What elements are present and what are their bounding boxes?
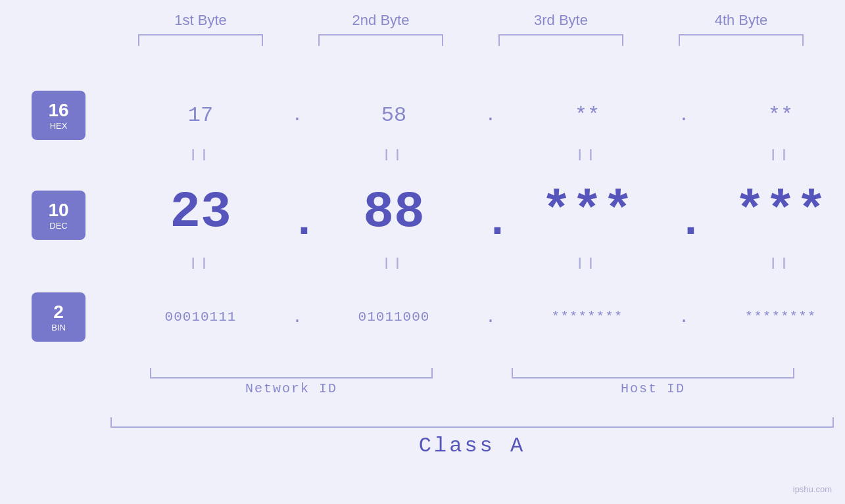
hex-b2: 58 <box>304 103 484 127</box>
hex-dot1: . <box>291 105 304 126</box>
watermark: ipshu.com <box>793 484 832 494</box>
bin-badge-number: 2 <box>53 302 64 323</box>
hex-badge-label: HEX <box>50 121 68 131</box>
eq2-b4: || <box>690 256 845 269</box>
bin-row: 00010111 . 01011000 . ******** . *******… <box>110 292 845 342</box>
eq1-b1: || <box>110 148 291 161</box>
class-bracket <box>110 417 834 428</box>
eq2-b2: || <box>304 256 484 269</box>
host-id-label: Host ID <box>472 381 834 396</box>
equals-row-1: || || || || <box>110 145 845 164</box>
bin-dot3: . <box>677 308 690 327</box>
hex-badge: 16 HEX <box>32 91 85 140</box>
network-id-label: Network ID <box>110 381 472 396</box>
bin-b2: 01011000 <box>304 309 484 325</box>
page: 1st Byte 2nd Byte 3rd Byte 4th Byte 16 H… <box>0 0 845 504</box>
eq2-b1: || <box>110 256 291 269</box>
bracket-byte4 <box>679 34 804 46</box>
bracket-byte1 <box>138 34 263 46</box>
bin-badge: 2 BIN <box>32 292 85 342</box>
eq1-b4: || <box>690 148 845 161</box>
hex-badge-number: 16 <box>48 100 68 121</box>
byte4-header: 4th Byte <box>651 12 831 29</box>
dec-b4: *** <box>690 183 845 241</box>
dec-badge: 10 DEC <box>32 191 85 240</box>
byte2-header: 2nd Byte <box>291 12 471 29</box>
dec-dot2: . <box>484 177 497 247</box>
host-bracket <box>512 368 794 378</box>
dec-b2: 88 <box>304 183 484 241</box>
eq2-b3: || <box>497 256 677 269</box>
dec-dot1: . <box>291 177 304 247</box>
eq1-b3: || <box>497 148 677 161</box>
hex-b4: ** <box>690 103 845 127</box>
hex-b3: ** <box>497 103 677 127</box>
dec-row: 23 . 88 . *** . *** <box>110 177 845 246</box>
hex-dot2: . <box>484 105 497 126</box>
dec-dot3: . <box>677 177 690 247</box>
byte1-header: 1st Byte <box>110 12 291 29</box>
bin-b1: 00010111 <box>110 309 291 325</box>
id-labels: Network ID Host ID <box>110 381 834 396</box>
byte3-header: 3rd Byte <box>471 12 651 29</box>
class-label: Class A <box>110 434 834 458</box>
byte-headers: 1st Byte 2nd Byte 3rd Byte 4th Byte <box>0 12 845 29</box>
dec-b3: *** <box>497 183 677 241</box>
hex-b1: 17 <box>110 103 291 127</box>
hex-dot3: . <box>677 105 690 126</box>
bin-b3: ******** <box>497 309 677 325</box>
bin-badge-label: BIN <box>51 323 66 332</box>
dec-b1: 23 <box>110 183 291 241</box>
id-brackets <box>110 368 834 378</box>
top-brackets <box>110 34 834 46</box>
eq1-b2: || <box>304 148 484 161</box>
bin-dot2: . <box>484 308 497 327</box>
bracket-byte2 <box>318 34 443 46</box>
network-bracket <box>150 368 433 378</box>
equals-row-2: || || || || <box>110 253 845 273</box>
bin-dot1: . <box>291 308 304 327</box>
dec-badge-label: DEC <box>49 221 67 231</box>
hex-row: 17 . 58 . ** . ** <box>110 91 845 140</box>
bracket-byte3 <box>498 34 623 46</box>
dec-badge-number: 10 <box>48 200 68 221</box>
bin-b4: ******** <box>690 309 845 325</box>
